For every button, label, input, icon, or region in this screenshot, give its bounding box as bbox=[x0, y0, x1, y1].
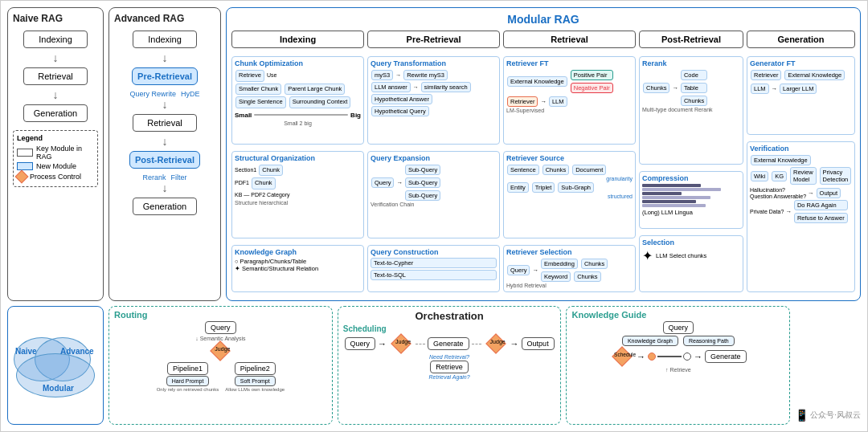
verif-row2: Wiki KG Review Model Privacy Detection bbox=[750, 166, 852, 185]
hybrid-retrieval: Hybrid Retrieval bbox=[506, 283, 633, 288]
legend-title: Legend bbox=[17, 134, 94, 142]
rerank-title: Rerank bbox=[642, 59, 740, 67]
verif-chain: Verification Chain bbox=[371, 202, 497, 207]
adv-arrow3: ↓ bbox=[162, 137, 168, 145]
multi-type-doc: Multi-type document Rerank bbox=[642, 107, 740, 112]
gft-arr: → bbox=[772, 85, 778, 92]
naive-retrieval-box: Retrieval bbox=[23, 67, 88, 85]
use-label: Use bbox=[267, 71, 276, 79]
naive-rag-title: Naive RAG bbox=[13, 13, 98, 24]
subq2: Sub-Query bbox=[405, 177, 440, 188]
chunk-optimization-section: Chunk Optimization Retrieve Use Smaller … bbox=[231, 56, 364, 145]
arrow-right: → bbox=[395, 72, 401, 78]
kg-section-title: Knowledge Graph bbox=[235, 248, 361, 256]
adv-pre-tags: Query Rewrite HyDE bbox=[129, 90, 199, 98]
stripe6 bbox=[642, 204, 706, 207]
verif-row4: Private Data? → Do RAG Again Refuse to A… bbox=[750, 199, 852, 224]
text-sql: Text-to-SQL bbox=[371, 270, 497, 280]
mod-indexing-col: Indexing Chunk Optimization Retrieve Use… bbox=[231, 31, 364, 294]
rerank-content: Chunks → Code Table Chunks Multi-type do… bbox=[642, 69, 740, 112]
pipeline2: Pipeline2 bbox=[235, 362, 276, 375]
orch-judge1-label: Judge bbox=[395, 339, 411, 344]
stripe1 bbox=[642, 184, 701, 187]
neg-pair: Negative Pair bbox=[571, 83, 613, 93]
pdf1-label: PDF1 bbox=[235, 179, 249, 187]
mys3-tag: myS3 bbox=[371, 70, 393, 80]
kb-label: KB bbox=[235, 192, 242, 198]
entity-tag: Entity bbox=[507, 182, 529, 193]
kg-diagram: Query Knowledge Graph Reasoning Path Sch… bbox=[571, 321, 784, 373]
verification-section: Verification External Knowledge Wiki KG … bbox=[747, 141, 855, 292]
routing-judge-label: Judge bbox=[215, 346, 230, 352]
gft-row2: LLM → Larger LLM bbox=[750, 83, 852, 95]
wiki-tag: Wiki bbox=[751, 171, 768, 181]
qe-row1: Query → Sub-Query Sub-Query Sub-Query bbox=[371, 164, 497, 202]
openai-icon: ✦ bbox=[642, 248, 653, 263]
query-exp-title: Query Expansion bbox=[371, 154, 497, 162]
naive-rag-panel: Naive RAG Indexing ↓ Retrieval ↓ Generat… bbox=[7, 7, 104, 301]
knowledge-graph-section: Knowledge Graph ○ Paragraph/Chunks/Table… bbox=[231, 245, 364, 292]
smaller-chunk-tag: Smaller Chunk bbox=[235, 84, 281, 96]
adv-retrieval-box: Retrieval bbox=[133, 114, 197, 132]
privacy-detect: Privacy Detection bbox=[820, 167, 852, 185]
ext-know-tag: External Knowledge bbox=[507, 76, 567, 87]
qt-row2: LLM answer → similarity search bbox=[371, 81, 497, 93]
sel-chunks: Embedding Chunks Keyword Chunks bbox=[540, 258, 608, 283]
chunk1-tag: Chunk bbox=[259, 165, 283, 177]
struct-org-title: Structural Organization bbox=[235, 154, 361, 162]
naive-generation-box: Generation bbox=[23, 104, 88, 122]
compression-title: Compression bbox=[642, 174, 740, 182]
mod-retrieval-col: Retrieval Retriever FT External Knowledg… bbox=[503, 31, 636, 294]
routing-query: Query bbox=[205, 321, 236, 334]
hard-prompt: Hard Prompt bbox=[166, 376, 210, 386]
sub-queries: Sub-Query Sub-Query Sub-Query bbox=[404, 164, 441, 202]
query-expansion-section: Query Expansion Query → Sub-Query Sub-Qu… bbox=[367, 151, 500, 239]
legend-box: Legend Key Module in RAG New Module Proc… bbox=[13, 130, 98, 187]
legend-process-label: Process Control bbox=[30, 173, 81, 181]
rft-row2: Retriever → LLM bbox=[506, 96, 633, 108]
keyword-tag: Keyword bbox=[541, 271, 571, 282]
mod-post-header: Post-Retrieval bbox=[639, 31, 743, 48]
retrieve-tag: Retrieve bbox=[235, 70, 264, 82]
gen-ft-content: Retriever External Knowledge LLM → Large… bbox=[750, 69, 852, 95]
subgraph-tag: Sub-Graph bbox=[558, 182, 594, 193]
adv-post-label: Post-Retrieval bbox=[135, 155, 194, 165]
routing-panel: Routing Query ↓ Semantic Analysis Judge … bbox=[108, 306, 333, 425]
rerank-section: Rerank Chunks → Code Table Chunks bbox=[639, 56, 743, 165]
venn-modular-label: Modular bbox=[43, 384, 74, 393]
lm-supervised: LM-Supervised bbox=[506, 108, 633, 113]
qe-arr: → bbox=[396, 179, 403, 186]
kg-row2: Knowledge Graph Reasoning Path bbox=[622, 336, 735, 346]
verif-questions: Hallucination? Question Answerable? bbox=[750, 187, 806, 199]
qt-row4: Hypothetical Query bbox=[371, 105, 497, 117]
advanced-rag-title: Advanced RAG bbox=[114, 13, 215, 24]
kg-retrieve-label: ↑ Retrieve bbox=[665, 367, 691, 373]
arrow2: ↓ bbox=[53, 91, 59, 99]
orch-query: Query bbox=[345, 337, 376, 350]
legend-key-module: Key Module in RAG bbox=[17, 145, 94, 161]
mod-pre-header: Pre-Retrieval bbox=[367, 31, 500, 48]
category-label: Category bbox=[267, 192, 289, 198]
query-transform-title: Query Transformation bbox=[371, 59, 497, 67]
legend-key-label: Key Module in RAG bbox=[36, 145, 94, 161]
subq3: Sub-Query bbox=[405, 190, 440, 201]
query-const-title: Query Construction bbox=[371, 248, 497, 256]
venn-advance-label: Advance bbox=[60, 347, 94, 356]
mod-generation-col: Generation Generator FT Retriever Extern… bbox=[747, 31, 855, 294]
main-container: Naive RAG Indexing ↓ Retrieval ↓ Generat… bbox=[0, 0, 868, 432]
pos-pair: Positive Pair bbox=[571, 70, 613, 80]
adv-post-retrieval-box: Post-Retrieval bbox=[129, 151, 200, 169]
stripe-visual bbox=[642, 184, 740, 207]
orch-diamond2-wrap: Judge bbox=[484, 335, 508, 353]
refuse-answer: Refuse to Answer bbox=[794, 213, 848, 223]
chunks-tag: Chunks bbox=[542, 165, 569, 175]
kg-panel-title: Knowledge Guide bbox=[571, 310, 784, 320]
stripe3 bbox=[642, 192, 682, 195]
adv-filter: Filter bbox=[171, 173, 187, 181]
chunk-row1: Retrieve Use bbox=[235, 69, 361, 83]
retriever-selection-section: Retriever Selection Query → Embedding Ch… bbox=[503, 245, 636, 292]
chunks-sel2: Chunks bbox=[574, 271, 600, 282]
advanced-rag-flow: Indexing ↓ Pre-Retrieval Query Rewrite H… bbox=[114, 27, 215, 218]
kg-arr2: → bbox=[694, 352, 702, 361]
struct-hierarchical: Structure hierarchical bbox=[235, 199, 361, 207]
